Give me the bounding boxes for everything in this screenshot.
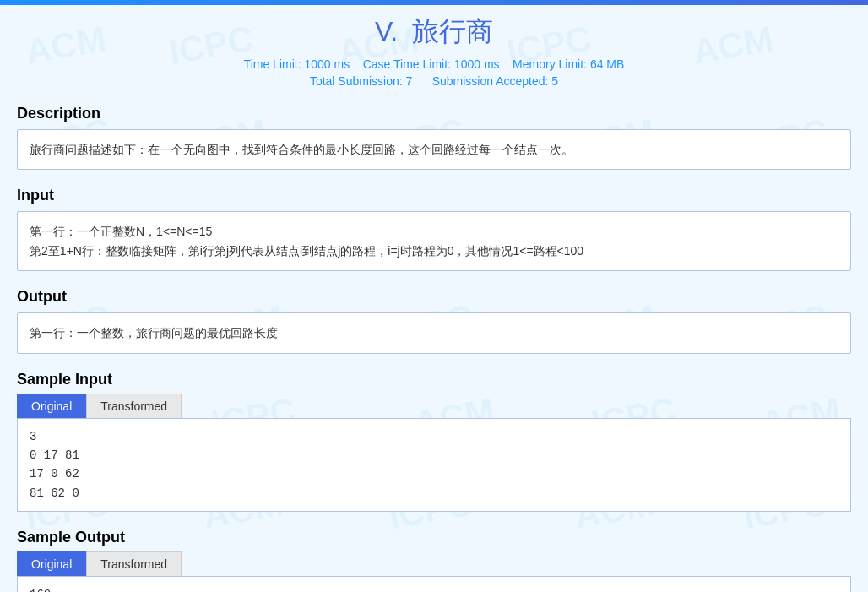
description-title: Description bbox=[17, 105, 851, 122]
memory-limit-label: Memory Limit: bbox=[513, 57, 587, 71]
total-submission-value: 7 bbox=[406, 74, 413, 88]
sample-input-title: Sample Input bbox=[17, 371, 851, 388]
input-line2: 第2至1+N行：整数临接矩阵，第i行第j列代表从结点i到结点j的路程，i=j时路… bbox=[30, 242, 838, 260]
sample-output-tab-transformed[interactable]: Transformed bbox=[86, 551, 182, 576]
input-content: 第一行：一个正整数N，1<=N<=15 第2至1+N行：整数临接矩阵，第i行第j… bbox=[17, 211, 851, 271]
problem-title: V. 旅行商 bbox=[17, 14, 851, 51]
time-limit-label: Time Limit: bbox=[244, 57, 301, 71]
time-limit-value: 1000 ms bbox=[304, 57, 350, 71]
input-title: Input bbox=[17, 187, 851, 204]
memory-limit-value: 64 MB bbox=[590, 57, 624, 71]
sample-output-section: Sample Output Original Transformed 160 bbox=[17, 529, 851, 592]
submission-accepted-value: 5 bbox=[551, 74, 558, 88]
sample-input-tab-transformed[interactable]: Transformed bbox=[86, 394, 182, 418]
sample-input-tab-original[interactable]: Original bbox=[17, 394, 86, 418]
problem-meta-line2: Total Submission: 7 Submission Accepted:… bbox=[17, 74, 851, 88]
case-time-limit-label: Case Time Limit: bbox=[363, 57, 451, 71]
sample-output-content: 160 bbox=[17, 576, 851, 592]
title-main: 旅行商 bbox=[412, 16, 493, 46]
input-section: Input 第一行：一个正整数N，1<=N<=15 第2至1+N行：整数临接矩阵… bbox=[17, 187, 851, 271]
sample-input-tabs: Original Transformed bbox=[17, 394, 851, 418]
submission-accepted-label: Submission Accepted: bbox=[432, 74, 549, 88]
title-prefix: V. bbox=[375, 16, 398, 46]
description-section: Description 旅行商问题描述如下：在一个无向图中，找到符合条件的最小长… bbox=[17, 105, 851, 170]
case-time-limit-value: 1000 ms bbox=[454, 57, 500, 71]
total-submission-label: Total Submission: bbox=[310, 74, 403, 88]
output-section: Output 第一行：一个整数，旅行商问题的最优回路长度 bbox=[17, 288, 851, 353]
problem-meta-line1: Time Limit: 1000 ms Case Time Limit: 100… bbox=[17, 57, 851, 71]
sample-input-content: 3 0 17 81 17 0 62 81 62 0 bbox=[17, 418, 851, 513]
output-title: Output bbox=[17, 288, 851, 306]
output-content: 第一行：一个整数，旅行商问题的最优回路长度 bbox=[17, 312, 851, 353]
description-content: 旅行商问题描述如下：在一个无向图中，找到符合条件的最小长度回路，这个回路经过每一… bbox=[17, 129, 851, 170]
input-line1: 第一行：一个正整数N，1<=N<=15 bbox=[30, 222, 838, 241]
sample-output-tab-original[interactable]: Original bbox=[17, 551, 86, 576]
sample-output-tabs: Original Transformed bbox=[17, 551, 851, 576]
sample-input-section: Sample Input Original Transformed 3 0 17… bbox=[17, 371, 851, 513]
sample-output-title: Sample Output bbox=[17, 529, 851, 546]
